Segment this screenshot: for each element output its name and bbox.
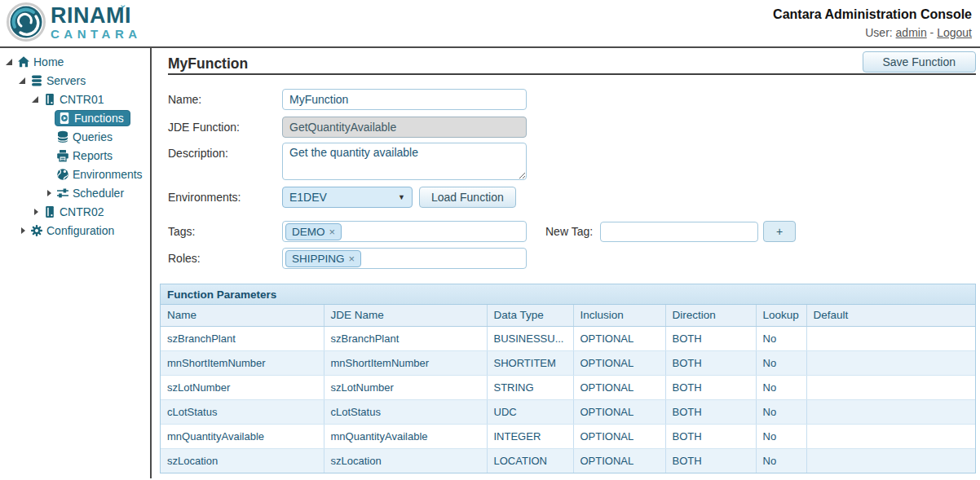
collapse-node-icon[interactable] bbox=[4, 56, 15, 68]
sidebar-item-body: Scheduler bbox=[55, 185, 128, 201]
parameter-cell: OPTIONAL bbox=[573, 424, 665, 448]
gear-icon bbox=[30, 224, 43, 237]
parameter-cell: BOTH bbox=[665, 350, 756, 375]
environments-selected-value: E1DEV bbox=[289, 191, 327, 204]
environments-select[interactable]: E1DEV ▼ bbox=[282, 187, 413, 208]
jde-function-input bbox=[282, 117, 527, 138]
parameter-cell: mnShortItemNumber bbox=[324, 350, 487, 375]
function-file-icon bbox=[58, 112, 71, 125]
sidebar-item-configuration[interactable]: Configuration bbox=[0, 221, 150, 240]
sidebar-item-scheduler[interactable]: Scheduler bbox=[0, 183, 150, 202]
parameter-cell: cLotStatus bbox=[324, 399, 487, 424]
tags-input[interactable]: DEMO× bbox=[282, 221, 527, 242]
sidebar-item-environments[interactable]: Environments bbox=[0, 165, 150, 183]
parameter-row[interactable]: szLocationszLocationLOCATIONOPTIONALBOTH… bbox=[161, 448, 975, 473]
parameter-cell bbox=[806, 350, 975, 375]
environments-row: Environments: E1DEV ▼ Load Function bbox=[168, 187, 976, 208]
sidebar-item-servers[interactable]: Servers bbox=[0, 71, 150, 90]
rinami-cantara-logo: RINAMIˇ CANTARA bbox=[7, 2, 142, 42]
logo-text: RINAMIˇ CANTARA bbox=[51, 5, 142, 40]
header-right: Cantara Administration Console User: adm… bbox=[773, 2, 972, 39]
save-function-button[interactable]: Save Function bbox=[863, 51, 977, 73]
user-line: User: admin - Logout bbox=[773, 26, 972, 39]
logout-link[interactable]: Logout bbox=[937, 26, 972, 39]
parameter-row[interactable]: szBranchPlantszBranchPlantBUSINESSU...OP… bbox=[161, 326, 975, 350]
parameter-cell: No bbox=[756, 399, 806, 424]
sidebar-item-body: Servers bbox=[29, 73, 90, 89]
arrow-spacer bbox=[43, 112, 55, 124]
expand-node-icon[interactable] bbox=[30, 206, 42, 218]
logo-rinami: RINAMI bbox=[51, 3, 131, 28]
parameter-row[interactable]: mnShortItemNumbermnShortItemNumberSHORTI… bbox=[161, 350, 975, 375]
parameter-cell: szLocation bbox=[161, 448, 324, 473]
collapse-node-icon[interactable] bbox=[17, 75, 29, 86]
expand-node-icon[interactable] bbox=[43, 187, 55, 199]
sidebar-item-label: Home bbox=[33, 55, 64, 68]
sidebar-item-functions[interactable]: Functions bbox=[0, 108, 150, 127]
parameter-cell: SHORTITEM bbox=[487, 350, 573, 375]
sidebar-item-reports[interactable]: Reports bbox=[0, 146, 150, 165]
parameter-cell bbox=[806, 424, 975, 448]
parameter-cell: mnQuantityAvailable bbox=[324, 424, 487, 448]
parameter-cell: UDC bbox=[487, 399, 573, 424]
table-header-row: NameJDE NameData TypeInclusionDirectionL… bbox=[161, 305, 975, 326]
chevron-down-icon: ▼ bbox=[398, 193, 405, 201]
sidebar-item-body: Environments bbox=[55, 166, 147, 183]
remove-tag-icon[interactable]: × bbox=[329, 227, 336, 237]
nav-tree: HomeServersCNTR01FunctionsQueriesReports… bbox=[0, 48, 152, 478]
column-header: Name bbox=[161, 305, 324, 326]
sidebar-item-body: Home bbox=[15, 54, 68, 70]
parameter-cell: BOTH bbox=[665, 424, 756, 448]
parameter-cell: mnShortItemNumber bbox=[161, 350, 324, 375]
parameter-cell: szBranchPlant bbox=[161, 326, 324, 350]
remove-role-icon[interactable]: × bbox=[349, 253, 355, 264]
parameter-cell: No bbox=[756, 448, 806, 473]
sidebar-item-cntr01[interactable]: CNTR01 bbox=[0, 90, 150, 108]
parameter-row[interactable]: mnQuantityAvailablemnQuantityAvailableIN… bbox=[161, 424, 975, 448]
page-title-row: MyFunction bbox=[168, 48, 976, 73]
sidebar-item-label: Reports bbox=[73, 149, 113, 162]
expand-node-icon[interactable] bbox=[17, 225, 29, 236]
name-input[interactable] bbox=[282, 89, 527, 110]
sidebar-item-body: Queries bbox=[55, 129, 117, 145]
sidebar-item-home[interactable]: Home bbox=[0, 52, 150, 71]
server-icon bbox=[43, 93, 56, 106]
arrow-spacer bbox=[43, 169, 55, 180]
new-tag-group: New Tag: + bbox=[545, 221, 796, 242]
title-divider bbox=[168, 73, 976, 75]
arrow-spacer bbox=[43, 150, 55, 161]
main-panel: MyFunction Save Function Name: JDE Funct… bbox=[152, 48, 980, 478]
column-header: Default bbox=[806, 305, 975, 326]
parameter-cell: szLotNumber bbox=[161, 375, 324, 399]
new-tag-input[interactable] bbox=[600, 222, 758, 242]
load-function-button[interactable]: Load Function bbox=[419, 187, 516, 208]
jde-function-row: JDE Function: bbox=[168, 117, 976, 138]
column-header: Lookup bbox=[756, 305, 806, 326]
table-title: Function Parameters bbox=[161, 284, 975, 305]
sidebar-item-cntr02[interactable]: CNTR02 bbox=[0, 202, 150, 221]
rinami-logo-icon bbox=[7, 2, 46, 42]
parameter-row[interactable]: szLotNumberszLotNumberSTRINGOPTIONALBOTH… bbox=[161, 375, 975, 399]
parameter-cell bbox=[806, 448, 975, 473]
parameter-cell: cLotStatus bbox=[161, 399, 324, 424]
role-chip: SHIPPING× bbox=[285, 250, 361, 267]
arrow-spacer bbox=[43, 131, 55, 143]
description-label: Description: bbox=[168, 143, 282, 164]
parameter-cell: LOCATION bbox=[487, 448, 573, 473]
parameter-cell: No bbox=[756, 326, 806, 350]
parameter-cell: mnQuantityAvailable bbox=[161, 424, 324, 448]
description-input[interactable]: Get the quantity available bbox=[282, 143, 527, 180]
parameter-cell: OPTIONAL bbox=[573, 399, 665, 424]
environments-label: Environments: bbox=[168, 187, 282, 208]
roles-input[interactable]: SHIPPING× bbox=[282, 248, 527, 269]
parameter-row[interactable]: cLotStatuscLotStatusUDCOPTIONALBOTHNo bbox=[161, 399, 975, 424]
parameter-cell: INTEGER bbox=[487, 424, 573, 448]
sliders-icon bbox=[56, 187, 69, 200]
parameter-cell: STRING bbox=[487, 375, 573, 399]
collapse-node-icon[interactable] bbox=[30, 94, 42, 105]
add-tag-button[interactable]: + bbox=[763, 221, 796, 242]
sidebar-item-body: CNTR01 bbox=[42, 91, 108, 108]
user-link[interactable]: admin bbox=[896, 26, 927, 39]
parameters-grid: NameJDE NameData TypeInclusionDirectionL… bbox=[161, 305, 975, 473]
sidebar-item-queries[interactable]: Queries bbox=[0, 127, 150, 146]
